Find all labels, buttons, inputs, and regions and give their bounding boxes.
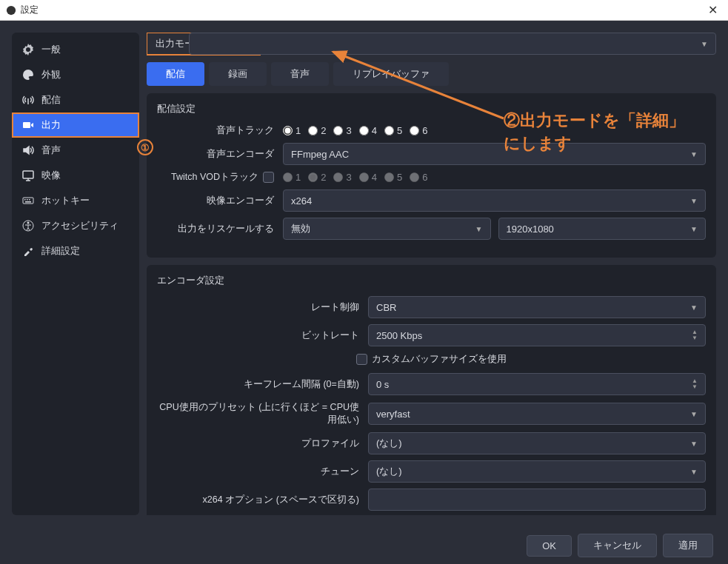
- svg-rect-5: [27, 199, 28, 201]
- bitrate-spinner[interactable]: 2500 Kbps ▲▼: [368, 324, 706, 346]
- keyframe-label: キーフレーム間隔 (0=自動): [157, 378, 368, 391]
- custom-buffer-label: カスタムバッファサイズを使用: [372, 352, 507, 366]
- chevron-down-icon: ▼: [690, 410, 698, 418]
- svg-rect-2: [23, 171, 33, 178]
- ok-button[interactable]: OK: [527, 535, 572, 557]
- sidebar-item-label: 映像: [41, 169, 61, 182]
- profile-select[interactable]: (なし) ▼: [368, 432, 706, 454]
- encoder-settings-panel: エンコーダ設定 レート制御 CBR ▼ ビットレート 2500 Kbps ▲▼: [147, 265, 716, 515]
- select-value: CBR: [376, 302, 396, 313]
- chevron-down-icon: ▼: [690, 468, 698, 476]
- twitch-vod-radios: 1 2 3 4 5 6: [283, 172, 706, 183]
- svg-rect-1: [23, 122, 30, 128]
- dialog-footer: OK キャンセル 適用: [0, 527, 728, 564]
- tune-select[interactable]: (なし) ▼: [368, 460, 706, 483]
- audio-track-label: 音声トラック: [157, 124, 283, 137]
- custom-buffer-row: カスタムバッファサイズを使用: [157, 352, 706, 366]
- audio-track-6[interactable]: 6: [410, 125, 427, 136]
- vod-track-2: 2: [308, 172, 326, 183]
- output-mode-select[interactable]: ▼: [189, 33, 716, 55]
- select-value: veryfast: [376, 409, 410, 420]
- close-icon[interactable]: ✕: [704, 3, 722, 17]
- cancel-button[interactable]: キャンセル: [578, 534, 657, 557]
- audio-encoder-select[interactable]: FFmpeg AAC ▼: [283, 143, 706, 165]
- select-value: 1920x1080: [507, 224, 554, 235]
- vod-track-3: 3: [333, 172, 351, 183]
- rescale-select[interactable]: 無効 ▼: [283, 218, 491, 240]
- sidebar-item-output[interactable]: 出力: [12, 113, 139, 138]
- chevron-down-icon: ▼: [475, 225, 483, 233]
- video-encoder-label: 映像エンコーダ: [157, 195, 283, 207]
- vod-track-6: 6: [410, 172, 427, 183]
- audio-track-2[interactable]: 2: [308, 125, 326, 136]
- custom-buffer-checkbox[interactable]: [356, 354, 367, 365]
- svg-rect-7: [25, 201, 31, 203]
- sidebar-item-label: 音声: [41, 144, 61, 157]
- cpu-preset-select[interactable]: veryfast ▼: [368, 403, 706, 425]
- twitch-vod-label: Twitch VODトラック: [171, 171, 258, 184]
- tab-label: リプレイバッファ: [353, 68, 430, 79]
- audio-track-1[interactable]: 1: [283, 125, 301, 136]
- tools-icon: [22, 245, 34, 257]
- sidebar-item-appearance[interactable]: 外観: [12, 62, 139, 87]
- palette-icon: [22, 69, 34, 81]
- content-area: 出力モード 詳細 ▼ 配信 録画 音声 リプレイバッファ 配信設定 音声トラック…: [147, 33, 716, 515]
- spinner-value: 2500 Kbps: [376, 330, 422, 341]
- antenna-icon: [22, 94, 34, 106]
- sidebar-item-general[interactable]: 一般: [12, 37, 139, 62]
- select-value: (なし): [376, 465, 402, 478]
- twitch-vod-checkbox[interactable]: [263, 172, 274, 183]
- rate-control-label: レート制御: [157, 301, 368, 314]
- keyboard-icon: [22, 195, 34, 207]
- x264-opts-label: x264 オプション (スペースで区切る): [157, 494, 368, 506]
- svg-rect-6: [29, 199, 30, 201]
- video-encoder-select[interactable]: x264 ▼: [283, 189, 706, 212]
- stream-settings-panel: 配信設定 音声トラック 1 2 3 4 5 6 音声エンコーダ FFmpeg A…: [147, 93, 716, 258]
- svg-rect-3: [23, 198, 33, 204]
- keyframe-spinner[interactable]: 0 s ▲▼: [368, 373, 706, 395]
- sidebar-item-label: 一般: [41, 43, 61, 56]
- tab-stream[interactable]: 配信: [147, 62, 204, 86]
- audio-encoder-label: 音声エンコーダ: [157, 148, 283, 161]
- output-tabs: 配信 録画 音声 リプレイバッファ: [147, 62, 716, 86]
- sidebar-item-stream[interactable]: 配信: [12, 87, 139, 113]
- spinner-buttons[interactable]: ▲▼: [692, 378, 698, 390]
- vod-track-1: 1: [283, 172, 301, 183]
- rescale-resolution-select[interactable]: 1920x1080 ▼: [498, 218, 707, 240]
- panel-title: 配信設定: [157, 102, 706, 115]
- window-title: 設定: [21, 4, 704, 16]
- sidebar-item-label: 配信: [41, 93, 61, 107]
- sidebar-item-video[interactable]: 映像: [12, 163, 139, 188]
- sidebar-item-hotkeys[interactable]: ホットキー: [12, 188, 139, 213]
- audio-track-5[interactable]: 5: [384, 125, 402, 136]
- rate-control-select[interactable]: CBR ▼: [368, 296, 706, 318]
- spinner-buttons[interactable]: ▲▼: [692, 329, 698, 341]
- svg-point-9: [27, 222, 30, 224]
- sidebar: 一般 外観 配信 出力 音声 映像 ホットキー アクセシビリティ: [12, 33, 139, 515]
- chevron-down-icon: ▼: [701, 40, 708, 48]
- profile-label: プロファイル: [157, 437, 368, 450]
- output-icon: [22, 119, 34, 131]
- chevron-down-icon: ▼: [690, 150, 698, 158]
- sidebar-item-label: アクセシビリティ: [41, 219, 118, 232]
- tune-label: チューン: [157, 466, 368, 478]
- sidebar-item-audio[interactable]: 音声: [12, 138, 139, 163]
- tab-recording[interactable]: 録画: [209, 62, 267, 86]
- tab-label: 配信: [166, 68, 185, 79]
- sidebar-item-advanced[interactable]: 詳細設定: [12, 238, 139, 263]
- sidebar-item-accessibility[interactable]: アクセシビリティ: [12, 213, 139, 238]
- output-mode-row: 出力モード 詳細 ▼: [147, 33, 716, 55]
- audio-track-4[interactable]: 4: [359, 125, 377, 136]
- audio-track-3[interactable]: 3: [333, 125, 351, 136]
- x264-opts-input[interactable]: [368, 489, 706, 511]
- titlebar: 設定 ✕: [0, 0, 728, 21]
- apply-button[interactable]: 適用: [663, 534, 713, 557]
- spinner-value: 0 s: [376, 379, 389, 390]
- svg-rect-4: [24, 199, 26, 201]
- bitrate-label: ビットレート: [157, 329, 368, 342]
- accessibility-icon: [22, 220, 34, 232]
- chevron-down-icon: ▼: [690, 303, 698, 312]
- tab-audio[interactable]: 音声: [271, 62, 329, 86]
- vod-track-4: 4: [359, 172, 377, 183]
- tab-replay-buffer[interactable]: リプレイバッファ: [333, 62, 449, 86]
